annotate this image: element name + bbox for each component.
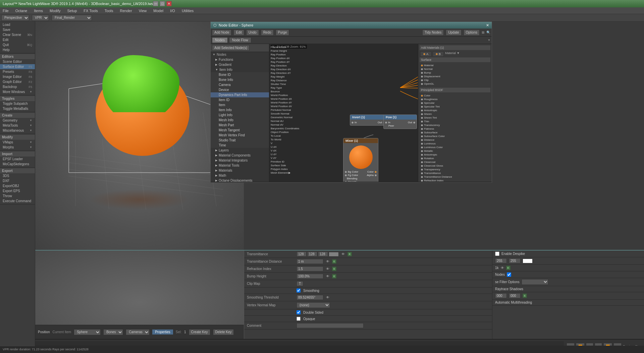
bones-select[interactable]: Bones — [103, 329, 123, 335]
create-key-button[interactable]: Create Key — [189, 329, 210, 335]
shadow-val-a[interactable] — [495, 293, 507, 298]
bone-info-item[interactable]: Bone Info — [211, 77, 269, 82]
transmittance-g[interactable] — [307, 252, 317, 257]
bh-e[interactable]: E — [332, 274, 336, 278]
materials-category[interactable]: ▶ Materials — [211, 168, 269, 173]
node-flow-tab[interactable]: Node Flow — [229, 37, 251, 43]
menu-utilities[interactable]: Utilities — [180, 8, 195, 13]
mesh-vertex-find-item[interactable]: Mesh Vertex Find — [211, 133, 269, 138]
load-button[interactable]: Load — [0, 22, 35, 27]
ri-eye[interactable]: 👁 — [326, 267, 329, 271]
transmittance-b[interactable] — [318, 252, 328, 257]
menu-render[interactable]: Render — [119, 8, 133, 13]
clip-map-value[interactable]: T — [297, 281, 303, 286]
material-tools-category[interactable]: ▶ Material Tools — [211, 163, 269, 168]
vertex-normal-map-select[interactable]: (none) — [297, 302, 330, 308]
save-button[interactable]: Save — [0, 27, 35, 32]
vpr-select[interactable]: VPR — [32, 15, 49, 21]
lk-e[interactable]: E — [506, 266, 511, 270]
delete-key-button[interactable]: Delete Key — [213, 329, 234, 335]
se-filter-select[interactable] — [522, 279, 548, 285]
device-item[interactable]: Device — [211, 87, 269, 92]
item-info-category[interactable]: ▼ Item Info — [211, 67, 269, 72]
td-e[interactable]: E — [332, 259, 336, 264]
menu-items[interactable]: Items — [33, 8, 44, 13]
purge-button[interactable]: Purge — [276, 30, 289, 36]
add-node-button[interactable]: Add Node — [212, 30, 231, 36]
surface-editor-button[interactable]: Surface Editor F5 — [0, 64, 35, 69]
menu-model[interactable]: Model — [152, 8, 165, 13]
presets-button[interactable]: Presets F8 — [0, 69, 35, 74]
edit-button[interactable]: Edit — [233, 30, 244, 36]
mesh-part-item[interactable]: Mesh Part — [211, 123, 269, 128]
mixer-node[interactable]: Mixer (1) Bg Color Color Fg Color Alpha — [343, 138, 378, 182]
geometry-button[interactable]: Geometry ▼ — [0, 118, 35, 123]
shadow-val-b[interactable] — [509, 293, 521, 298]
bh-eye[interactable]: 👁 — [326, 274, 329, 278]
redo-button[interactable]: Redo — [261, 30, 274, 36]
toggle-metaballs-button[interactable]: Toggle MetaBalls — [0, 106, 35, 111]
exportobj-button[interactable]: ExportOBJ — [0, 183, 35, 188]
minimize-button[interactable]: — — [153, 1, 158, 6]
quit-button[interactable]: Quit ⌘Q — [0, 42, 35, 47]
render-select[interactable]: Final_Render — [52, 15, 92, 21]
toggle-subpatch-button[interactable]: Toggle Subpatch — [0, 101, 35, 106]
menu-octane[interactable]: Octane — [14, 8, 29, 13]
menu-view[interactable]: View — [138, 8, 148, 13]
menu-io[interactable]: I/O — [169, 8, 176, 13]
mesh-info-item[interactable]: Mesh Info — [211, 118, 269, 123]
shadow-e[interactable]: E — [523, 294, 527, 298]
menu-tools[interactable]: Tools — [103, 8, 115, 13]
more-windows-button[interactable]: More Windows ▼ — [0, 89, 35, 94]
val-255-preview[interactable] — [523, 259, 533, 263]
scene-editor-button[interactable]: Scene Editor — [0, 59, 35, 64]
val-255-a[interactable] — [495, 258, 507, 263]
transmittance-e[interactable]: E — [347, 252, 352, 256]
cameras-select[interactable]: Cameras — [126, 329, 150, 335]
transmittance-eye[interactable]: 👁 — [341, 252, 345, 256]
item-id-item[interactable]: Item ID — [211, 97, 269, 102]
transmittance-r[interactable] — [297, 252, 307, 257]
functions-category[interactable]: ▶ Functions — [211, 57, 269, 62]
dynamics-part-info-item[interactable]: Dynamics Part Info — [211, 92, 269, 97]
double-sided-checkbox[interactable] — [297, 310, 301, 314]
smoothing-checkbox[interactable] — [297, 289, 301, 293]
lk-eye[interactable]: 👁 — [501, 266, 504, 270]
epsf-loader-button[interactable]: EPSF Loader — [0, 157, 35, 162]
miscellaneous-button[interactable]: Miscellaneous ▼ — [0, 128, 35, 133]
backdrop-button[interactable]: Backdrop F5 — [0, 84, 35, 89]
tidy-nodes-button[interactable]: Tidy Nodes — [422, 30, 444, 36]
undo-button[interactable]: Undo — [246, 30, 259, 36]
time-item[interactable]: Time — [211, 143, 269, 148]
nodes-tab[interactable]: Nodes — [212, 37, 228, 43]
menu-file[interactable]: File — [1, 8, 10, 13]
ne-close-button[interactable]: ✕ — [486, 23, 489, 28]
item-item[interactable]: Item — [211, 102, 269, 107]
nodes-checkbox[interactable] — [507, 272, 511, 277]
layers-category[interactable]: ▶ Layers — [211, 148, 269, 153]
export-eps-button[interactable]: Export EPS — [0, 188, 35, 193]
help-button[interactable]: Help — [0, 47, 35, 52]
material-components-category[interactable]: ▶ Material Components — [211, 153, 269, 158]
maximize-button[interactable]: □ — [160, 1, 165, 6]
bone-id-item[interactable]: Bone ID — [211, 72, 269, 77]
clear-scene-button[interactable]: Clear Scene ⌘N — [0, 32, 35, 37]
mocap-button[interactable]: MoCapSkelegons — [0, 162, 35, 167]
edit-button[interactable]: Edit — [0, 37, 35, 42]
menu-modify[interactable]: Modify — [48, 8, 62, 13]
studio-trait-item[interactable]: Studio Trait — [211, 138, 269, 143]
throw-button[interactable]: Throw — [0, 193, 35, 198]
properties-button[interactable]: Properties — [152, 329, 173, 335]
light-info-item[interactable]: Light Info — [211, 113, 269, 118]
update-button[interactable]: Update — [446, 30, 461, 36]
image-editor-button[interactable]: Image Editor F6 — [0, 74, 35, 79]
item-info-item[interactable]: Item Info — [211, 107, 269, 113]
close-button[interactable]: ✕ — [166, 1, 172, 6]
camera-item[interactable]: Camera — [211, 82, 269, 87]
val-255-b[interactable] — [509, 258, 521, 263]
td-eye[interactable]: 👁 — [326, 260, 329, 263]
smoothing-threshold-input[interactable] — [297, 295, 323, 300]
node-canvas[interactable]: X: -31 Y: 138 Zoom: 91% Sigma2 (1) — [269, 44, 418, 182]
opaque-checkbox[interactable] — [297, 317, 301, 321]
ri-e[interactable]: E — [332, 267, 336, 271]
